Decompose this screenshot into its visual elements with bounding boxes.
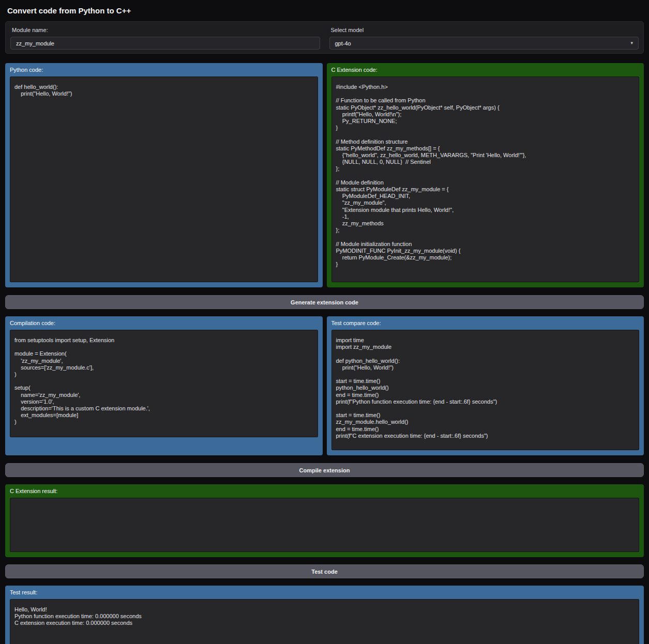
module-name-field-group: Module name: zz_my_module: [10, 26, 320, 50]
test-code-button[interactable]: Test code: [5, 564, 644, 578]
test-result-panel: Test result: Hello, World! Python functi…: [5, 586, 644, 644]
c-extension-code-label: C Extension code:: [331, 67, 640, 73]
compilation-code-editor[interactable]: from setuptools import setup, Extension …: [10, 330, 318, 437]
model-select-label: Select model: [331, 27, 639, 33]
python-code-editor[interactable]: def hello_world(): print("Hello, World!"…: [10, 76, 318, 282]
test-compare-code-label: Test compare code:: [331, 320, 640, 326]
module-name-input[interactable]: zz_my_module: [10, 37, 320, 50]
test-result-label: Test result:: [10, 589, 639, 595]
compile-extension-button[interactable]: Compile extension: [5, 463, 644, 477]
c-extension-result-panel: C Extension result:: [5, 484, 644, 557]
settings-row: Module name: zz_my_module Select model g…: [5, 21, 644, 54]
python-code-panel: Python code: def hello_world(): print("H…: [5, 63, 323, 287]
chevron-down-icon: ▾: [630, 41, 633, 45]
python-code-label: Python code:: [10, 67, 318, 73]
c-extension-result-label: C Extension result:: [10, 488, 639, 494]
test-compare-code-editor[interactable]: import time import zz_my_module def pyth…: [331, 330, 640, 450]
c-extension-code-panel: C Extension code: #include <Python.h> //…: [327, 63, 644, 287]
c-extension-code-editor[interactable]: #include <Python.h> // Function to be ca…: [331, 76, 640, 282]
generate-extension-code-button[interactable]: Generate extension code: [5, 295, 644, 309]
module-name-value: zz_my_module: [16, 40, 54, 47]
model-select-dropdown[interactable]: gpt-4o ▾: [329, 37, 639, 50]
code-panels-row: Python code: def hello_world(): print("H…: [5, 63, 644, 287]
module-name-label: Module name:: [12, 27, 320, 33]
model-select-group: Select model gpt-4o ▾: [329, 26, 639, 50]
test-result-output[interactable]: Hello, World! Python function execution …: [10, 599, 639, 644]
compilation-code-label: Compilation code:: [10, 320, 318, 326]
compilation-code-panel: Compilation code: from setuptools import…: [5, 316, 323, 455]
model-selected-value: gpt-4o: [335, 40, 351, 47]
test-compare-code-panel: Test compare code: import time import zz…: [327, 316, 644, 455]
page-title: Convert code from Python to C++: [7, 6, 644, 15]
c-extension-result-output[interactable]: [10, 498, 639, 552]
compile-panels-row: Compilation code: from setuptools import…: [5, 316, 644, 455]
